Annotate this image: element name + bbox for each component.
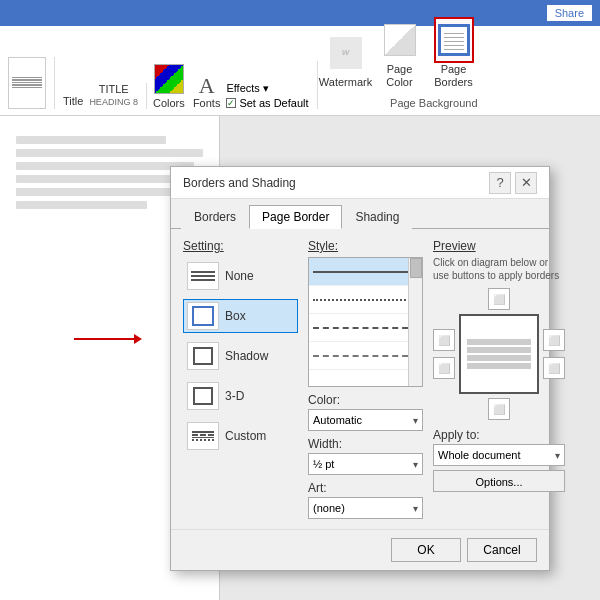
solid-line-icon <box>313 271 418 273</box>
setting-shadow[interactable]: Shadow <box>183 339 298 373</box>
apply-to-arrow-icon: ▾ <box>555 450 560 461</box>
color-dropdown-arrow-icon: ▾ <box>413 415 418 426</box>
dialog-footer: OK Cancel <box>171 529 549 570</box>
dialog-help-button[interactable]: ? <box>489 172 511 194</box>
doc-preview-item <box>8 57 46 109</box>
color-value: Automatic <box>313 414 362 426</box>
page-color-label: Page Color <box>376 63 424 89</box>
effects-group: Effects ▾ ✓ Set as Default <box>226 82 308 109</box>
watermark-label: Watermark <box>319 76 372 89</box>
page-borders-button[interactable]: Page Borders <box>430 17 478 89</box>
preview-right-top-btn[interactable]: ⬜ <box>543 329 565 351</box>
art-value: (none) <box>313 502 345 514</box>
dialog-controls: ? ✕ <box>489 172 537 194</box>
art-dropdown-arrow-icon: ▾ <box>413 503 418 514</box>
tab-page-border[interactable]: Page Border <box>249 205 342 229</box>
top-border-icon: ⬜ <box>438 335 450 346</box>
style-heading[interactable]: TITLE HEADING 8 <box>89 83 138 109</box>
ok-button[interactable]: OK <box>391 538 461 562</box>
width-dropdown[interactable]: ½ pt ▾ <box>308 453 423 475</box>
dashdot-line-icon <box>313 355 418 357</box>
cancel-button[interactable]: Cancel <box>467 538 537 562</box>
preview-top-border-btn[interactable]: ⬜ <box>433 329 455 351</box>
preview-line-4 <box>467 363 531 369</box>
set-default-row[interactable]: ✓ Set as Default <box>226 97 308 109</box>
box-label: Box <box>225 309 246 323</box>
style-title-label: Title <box>63 95 83 107</box>
colors-icon <box>151 61 187 97</box>
right-top-border-icon: ⬜ <box>548 335 560 346</box>
apply-to-section: Apply to: Whole document ▾ Options... <box>433 428 565 492</box>
effects-label: Effects ▾ <box>226 82 268 95</box>
page-color-graphic <box>384 24 416 56</box>
color-field-label: Color: <box>308 393 423 407</box>
ribbon-doc-preview <box>8 57 55 109</box>
bottom-center-border-icon: ⬜ <box>493 404 505 415</box>
shadow-icon <box>187 342 219 370</box>
box-icon-graphic <box>192 306 214 326</box>
art-field-label: Art: <box>308 481 423 495</box>
set-default-check[interactable]: ✓ <box>226 98 236 108</box>
width-field-label: Width: <box>308 437 423 451</box>
width-dropdown-arrow-icon: ▾ <box>413 459 418 470</box>
style-item-dotted[interactable] <box>309 286 422 314</box>
tab-shading[interactable]: Shading <box>342 205 412 229</box>
preview-line-3 <box>467 355 531 361</box>
setting-custom[interactable]: Custom <box>183 419 298 453</box>
style-group: Title TITLE HEADING 8 <box>63 83 147 109</box>
preview-section-label: Preview <box>433 239 565 253</box>
custom-icon-graphic <box>192 431 214 441</box>
art-dropdown[interactable]: (none) ▾ <box>308 497 423 519</box>
page-color-button[interactable]: Page Color <box>376 17 424 89</box>
colors-button[interactable]: Colors <box>151 61 187 109</box>
dialog-title: Borders and Shading <box>183 176 296 190</box>
preview-hint-text: Click on diagram below or use buttons to… <box>433 256 565 282</box>
threed-icon-graphic <box>193 387 213 405</box>
setting-box[interactable]: Box <box>183 299 298 333</box>
preview-box-area: ⬜ ⬜ ⬜ <box>433 288 565 420</box>
preview-top-center-btn[interactable]: ⬜ <box>488 288 510 310</box>
style-heading-sublabel: HEADING 8 <box>89 97 138 107</box>
check-mark-icon: ✓ <box>227 98 235 108</box>
color-section: Color: Automatic ▾ <box>308 393 423 431</box>
shadow-icon-graphic <box>193 347 213 365</box>
dialog-titlebar: Borders and Shading ? ✕ <box>171 167 549 199</box>
none-icon <box>187 262 219 290</box>
dialog-tabs: Borders Page Border Shading <box>171 199 549 229</box>
threed-label: 3-D <box>225 389 244 403</box>
style-listbox[interactable] <box>308 257 423 387</box>
apply-to-dropdown[interactable]: Whole document ▾ <box>433 444 565 466</box>
settings-panel: Setting: None <box>183 239 298 519</box>
fonts-icon: A <box>199 75 215 97</box>
preview-right-bottom-btn[interactable]: ⬜ <box>543 357 565 379</box>
tab-borders[interactable]: Borders <box>181 205 249 229</box>
right-bottom-border-icon: ⬜ <box>548 363 560 374</box>
arrow-annotation <box>74 334 142 344</box>
share-button[interactable]: Share <box>547 5 592 21</box>
preview-bottom-center-btn[interactable]: ⬜ <box>488 398 510 420</box>
preview-bottom-border-btn[interactable]: ⬜ <box>433 357 455 379</box>
options-button[interactable]: Options... <box>433 470 565 492</box>
style-title[interactable]: Title <box>63 95 83 109</box>
style-item-dashdot[interactable] <box>309 342 422 370</box>
watermark-icon: W <box>326 30 366 76</box>
style-item-dashed[interactable] <box>309 314 422 342</box>
preview-right-buttons: ⬜ ⬜ <box>543 329 565 379</box>
ribbon: Title TITLE HEADING 8 Colors A Fonts Eff… <box>0 26 600 116</box>
effects-row[interactable]: Effects ▾ <box>226 82 308 95</box>
art-section: Art: (none) ▾ <box>308 481 423 519</box>
borders-shading-dialog: Borders and Shading ? ✕ Borders Page Bor… <box>170 166 550 571</box>
style-scrollbar[interactable] <box>408 258 422 386</box>
bottom-border-icon: ⬜ <box>438 363 450 374</box>
page-color-icon <box>380 17 420 63</box>
dialog-close-button[interactable]: ✕ <box>515 172 537 194</box>
page-borders-graphic <box>438 24 470 56</box>
threed-icon <box>187 382 219 410</box>
fonts-button[interactable]: A Fonts <box>193 75 221 109</box>
color-dropdown[interactable]: Automatic ▾ <box>308 409 423 431</box>
style-item-solid[interactable] <box>309 258 422 286</box>
setting-3d[interactable]: 3-D <box>183 379 298 413</box>
setting-none[interactable]: None <box>183 259 298 293</box>
watermark-button[interactable]: W Watermark <box>322 30 370 89</box>
colors-swatch <box>154 64 184 94</box>
